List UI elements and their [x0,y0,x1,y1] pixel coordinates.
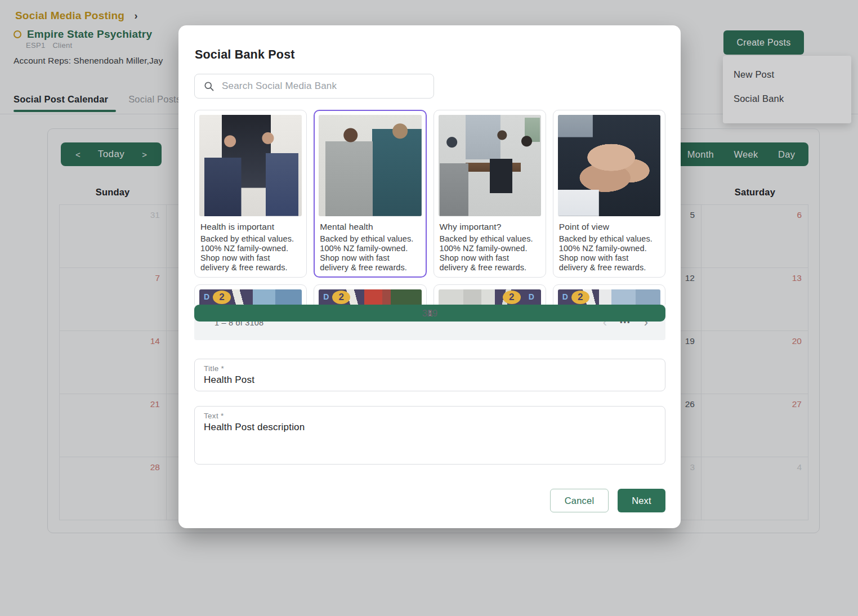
search-input[interactable] [221,80,425,92]
card-title: Mental health [320,222,420,232]
text-input[interactable]: Health Post description [204,422,656,458]
brand-banner-2-image [319,289,421,305]
text-field[interactable]: Text * Health Post description [194,406,665,465]
social-bank-card[interactable]: Health is importantBacked by ethical val… [194,110,307,278]
text-field-label: Text * [204,412,656,420]
search-field [194,74,434,99]
dialog-actions: Cancel Next [194,489,665,512]
dialog-title: Social Bank Post [195,48,295,62]
social-bank-card[interactable] [434,284,546,305]
social-bank-card[interactable]: Mental healthBacked by ethical values. 1… [314,110,426,278]
title-field[interactable]: Title * [194,359,665,391]
card-description: Backed by ethical values. 100% NZ family… [559,234,659,273]
next-button[interactable]: Next [618,489,665,512]
office-meeting-image [439,115,541,216]
card-title: Health is important [200,222,301,232]
card-description: Backed by ethical values. 100% NZ family… [200,234,301,273]
title-field-label: Title * [204,364,656,373]
social-bank-card[interactable]: Why important?Backed by ethical values. … [434,110,546,278]
patient-consultation-image [319,115,421,216]
app-root: Social Media Posting › Empire State Psyc… [0,0,858,616]
pagination-pages: ‹12345•••389› [598,314,653,331]
title-input[interactable] [204,374,656,386]
card-description: Backed by ethical values. 100% NZ family… [320,234,420,273]
holding-hands-image [558,115,660,216]
businessmen-talking-image [199,115,302,216]
brand-banner-4-image [558,289,660,305]
pagination-bar: 1 – 8 of 3108 ‹12345•••389› [194,305,665,340]
card-description: Backed by ethical values. 100% NZ family… [440,234,540,273]
page-389-button[interactable]: 389 [194,305,665,322]
social-bank-card[interactable]: Point of viewBacked by ethical values. 1… [553,110,665,278]
social-bank-card[interactable] [553,284,665,305]
brand-banner-1-image [199,289,302,305]
card-title: Why important? [440,222,540,232]
cancel-button[interactable]: Cancel [550,489,609,512]
social-bank-card[interactable] [314,284,426,305]
social-bank-post-dialog: Social Bank Post Health is importantBack… [178,25,681,528]
card-title: Point of view [559,222,659,232]
search-icon [203,81,214,92]
social-bank-card[interactable] [194,284,307,305]
brand-banner-3-image [439,289,541,305]
social-bank-card-grid: Health is importantBacked by ethical val… [194,110,665,305]
